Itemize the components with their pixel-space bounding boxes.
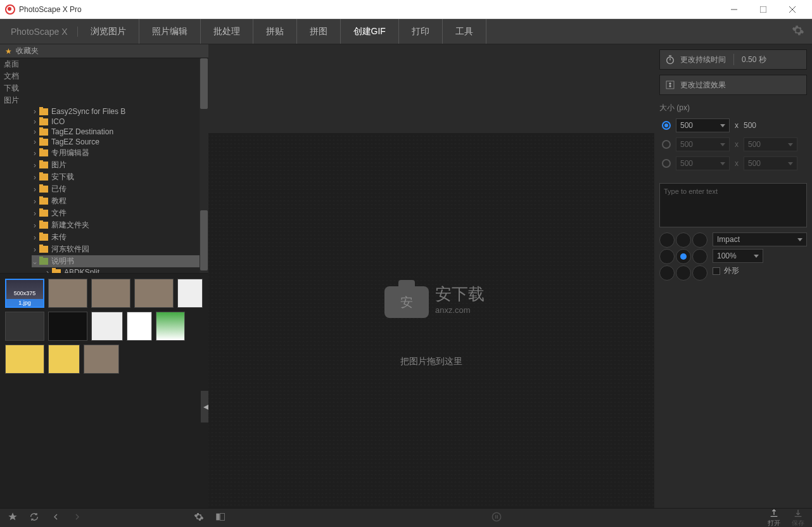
favorites-label: 收藏夹	[16, 46, 39, 56]
transition-icon	[665, 80, 675, 90]
pos-bc[interactable]	[676, 265, 691, 281]
size-radio-3[interactable]	[662, 159, 671, 168]
window-title: PhotoScape X Pro	[19, 5, 82, 14]
open-button[interactable]: 打开	[768, 508, 780, 527]
pos-ml[interactable]	[659, 249, 675, 264]
pos-mc[interactable]	[676, 249, 691, 264]
folder-item[interactable]: ›新建文件夹	[32, 219, 208, 231]
menu-1[interactable]: 照片编辑	[139, 19, 201, 44]
thumbnail-8[interactable]	[91, 312, 123, 341]
close-button[interactable]	[778, 0, 807, 19]
thumbnail-12[interactable]	[48, 345, 80, 374]
thumbnail-3[interactable]	[91, 279, 130, 308]
menu-6[interactable]: 打印	[399, 19, 443, 44]
folder-item[interactable]: ›ICO	[32, 117, 208, 127]
timeline-area[interactable]	[208, 44, 654, 133]
back-button[interactable]	[51, 512, 61, 524]
app-logo-icon	[5, 4, 15, 15]
thumbnail-13[interactable]	[84, 345, 119, 374]
pause-button[interactable]	[492, 512, 502, 524]
menu-2[interactable]: 批处理	[201, 19, 253, 44]
drop-zone[interactable]: 安下载 anxz.com 把图片拖到这里	[208, 133, 654, 508]
collapse-sidebar-button[interactable]: ◀	[201, 391, 208, 422]
outline-checkbox[interactable]	[713, 267, 720, 275]
folder-item[interactable]: ›TagEZ Destination	[32, 127, 208, 137]
pos-tl[interactable]	[659, 232, 675, 248]
brand-label[interactable]: PhotoScape X	[8, 27, 78, 37]
menubar: PhotoScape X 浏览图片照片编辑批处理拼贴拼图创建GIF打印工具	[0, 19, 812, 44]
thumbnail-1[interactable]: 500x375 1.jpg	[5, 279, 44, 308]
root-item[interactable]: 桌面	[0, 58, 208, 70]
menu-3[interactable]: 拼贴	[253, 19, 297, 44]
folder-item[interactable]: ›TagEZ Source	[32, 137, 208, 147]
refresh-button[interactable]	[29, 512, 39, 524]
menu-4[interactable]: 拼图	[297, 19, 341, 44]
thumbnail-4[interactable]	[134, 279, 174, 308]
gear-button[interactable]	[194, 512, 204, 524]
font-select[interactable]: Impact	[713, 232, 807, 246]
width-select-3[interactable]: 500	[676, 156, 730, 170]
menu-7[interactable]: 工具	[443, 19, 486, 44]
thumbnail-grid: ◀ 500x375 1.jpg	[0, 274, 208, 508]
pos-tc[interactable]	[676, 232, 691, 248]
root-item[interactable]: 图片	[0, 94, 208, 106]
pos-tr[interactable]	[692, 232, 707, 248]
folder-item[interactable]: ›Easy2Sync for Files B	[32, 106, 208, 117]
folder-item[interactable]: ›ABDKSplit	[32, 267, 208, 274]
folder-item[interactable]: ⌄说明书	[32, 255, 208, 267]
thumbnail-10[interactable]	[156, 312, 185, 341]
duration-button[interactable]: 更改持续时间 0.50 秒	[659, 49, 807, 70]
position-grid[interactable]	[659, 232, 707, 281]
thumbnail-6[interactable]	[5, 312, 44, 341]
text-input[interactable]: Type to enter text	[659, 183, 807, 227]
size-radio-1[interactable]	[662, 121, 671, 130]
favorites-header[interactable]: ★ 收藏夹	[0, 44, 208, 58]
pos-br[interactable]	[692, 265, 707, 281]
height-select-3[interactable]: 500	[744, 156, 797, 170]
folder-item[interactable]: ›教程	[32, 195, 208, 207]
folder-item[interactable]: ›已传	[32, 183, 208, 195]
sidebar: ★ 收藏夹 桌面文档下载图片 ›Easy2Sync for Files B›IC…	[0, 44, 208, 508]
save-button[interactable]: 保存	[792, 508, 804, 527]
menu-0[interactable]: 浏览图片	[78, 19, 139, 44]
canvas-area: 安下载 anxz.com 把图片拖到这里	[208, 44, 654, 508]
pos-mr[interactable]	[692, 249, 707, 264]
root-item[interactable]: 文档	[0, 70, 208, 82]
thumbnail-7[interactable]	[48, 312, 87, 341]
folder-item[interactable]: ›安下载	[32, 171, 208, 183]
stopwatch-icon	[665, 54, 675, 65]
width-select-2[interactable]: 500	[676, 137, 730, 151]
svg-rect-8	[216, 514, 219, 521]
svg-rect-9	[220, 514, 224, 521]
folder-item[interactable]: ›专用编辑器	[32, 147, 208, 159]
layout-toggle[interactable]	[215, 512, 225, 524]
width-select[interactable]: 500	[676, 118, 730, 132]
size-label: 大小 (px)	[659, 103, 807, 113]
maximize-button[interactable]	[749, 0, 778, 19]
thumbnail-11[interactable]	[5, 345, 44, 374]
size-radio-2[interactable]	[662, 140, 671, 149]
folder-item[interactable]: ›河东软件园	[32, 243, 208, 255]
folder-item[interactable]: ›文件	[32, 207, 208, 219]
opacity-select[interactable]: 100%	[713, 249, 763, 263]
pos-bl[interactable]	[659, 265, 675, 281]
folder-tree[interactable]: 桌面文档下载图片 ›Easy2Sync for Files B›ICO›TagE…	[0, 58, 208, 274]
thumbnail-9[interactable]	[127, 312, 152, 341]
menu-5[interactable]: 创建GIF	[341, 19, 399, 44]
outline-label: 外形	[724, 265, 739, 276]
tree-scrollbar[interactable]	[200, 58, 208, 273]
favorite-button[interactable]	[8, 512, 18, 524]
star-icon: ★	[5, 47, 12, 56]
root-item[interactable]: 下载	[0, 82, 208, 94]
height-select-2[interactable]: 500	[744, 137, 797, 151]
folder-item[interactable]: ›未传	[32, 231, 208, 243]
thumbnail-5[interactable]	[177, 279, 203, 308]
folder-item[interactable]: ›图片	[32, 159, 208, 171]
thumbnail-2[interactable]	[48, 279, 87, 308]
svg-rect-1	[760, 6, 766, 13]
settings-icon[interactable]	[792, 24, 804, 39]
transition-button[interactable]: 更改过渡效果	[659, 75, 807, 95]
forward-button[interactable]	[72, 512, 82, 524]
minimize-button[interactable]	[720, 0, 749, 19]
titlebar: PhotoScape X Pro	[0, 0, 812, 19]
